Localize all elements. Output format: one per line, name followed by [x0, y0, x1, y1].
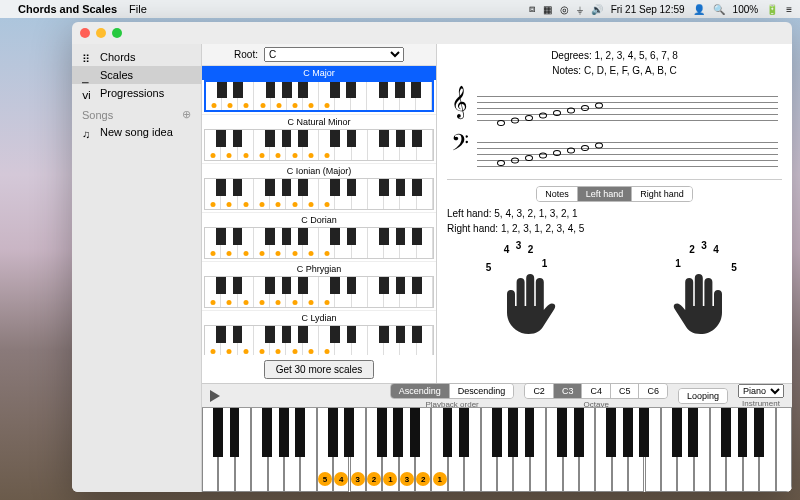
add-song-icon[interactable]: ⊕: [182, 108, 191, 121]
get-more-scales-button[interactable]: Get 30 more scales: [264, 360, 375, 379]
finger-dot: 2: [416, 472, 430, 486]
black-key[interactable]: [623, 408, 633, 457]
note-icon: [525, 155, 533, 161]
octave-C6[interactable]: C6: [639, 384, 667, 398]
black-key[interactable]: [557, 408, 567, 457]
root-label: Root:: [234, 49, 258, 60]
app-window: ⠿Chords ⎯Scales ⅵProgressions Songs⊕ ♫Ne…: [72, 22, 792, 492]
sidebar-section-songs: Songs⊕: [72, 102, 201, 123]
scale-item[interactable]: C Dorian: [202, 213, 436, 262]
finger-dot: 3: [351, 472, 365, 486]
notes-value: C, D, E, F, G, A, B, C: [584, 65, 677, 76]
large-keyboard[interactable]: 54321321: [202, 407, 792, 492]
black-key[interactable]: [328, 408, 338, 457]
left-hand-diagram: 1 2 3 4 5: [476, 244, 586, 344]
sidebar-item-progressions[interactable]: ⅵProgressions: [72, 84, 201, 102]
instrument-select[interactable]: Piano: [738, 384, 784, 398]
black-key[interactable]: [721, 408, 731, 457]
note-icon: [539, 113, 547, 119]
black-key[interactable]: [295, 408, 305, 457]
degrees-value: 1, 2, 3, 4, 5, 6, 7, 8: [594, 50, 677, 61]
clock[interactable]: Fri 21 Sep 12:59: [611, 4, 685, 15]
left-hand-fingers: 5, 4, 3, 2, 1, 3, 2, 1: [494, 208, 577, 219]
circle-icon[interactable]: ◎: [560, 4, 569, 15]
right-hand-label: Right hand:: [447, 223, 498, 234]
scale-item[interactable]: C Natural Minor: [202, 115, 436, 164]
grid-icon[interactable]: ▦: [543, 4, 552, 15]
titlebar: [72, 22, 792, 44]
black-key[interactable]: [688, 408, 698, 457]
scale-item[interactable]: C Phrygian: [202, 262, 436, 311]
black-key[interactable]: [508, 408, 518, 457]
octave-C2[interactable]: C2: [525, 384, 554, 398]
black-key[interactable]: [344, 408, 354, 457]
black-key[interactable]: [754, 408, 764, 457]
sidebar-item-chords[interactable]: ⠿Chords: [72, 48, 201, 66]
scale-item[interactable]: C Major: [202, 66, 436, 115]
label: Progressions: [100, 87, 164, 99]
note-icon: [511, 158, 519, 164]
scales-column: Root: C C MajorC Natural MinorC Ionian (…: [202, 44, 437, 383]
black-key[interactable]: [459, 408, 469, 457]
black-key[interactable]: [738, 408, 748, 457]
play-button[interactable]: [210, 390, 220, 402]
white-key[interactable]: [776, 408, 792, 492]
sidebar-item-scales[interactable]: ⎯Scales: [72, 66, 201, 84]
scale-list: C MajorC Natural MinorC Ionian (Major)C …: [202, 66, 436, 355]
black-key[interactable]: [639, 408, 649, 457]
ascending-button[interactable]: Ascending: [391, 384, 450, 398]
minimize-icon[interactable]: [96, 28, 106, 38]
finger-dot: 1: [383, 472, 397, 486]
octave-C3[interactable]: C3: [554, 384, 583, 398]
octave-C4[interactable]: C4: [582, 384, 611, 398]
black-key[interactable]: [672, 408, 682, 457]
scale-name: C Major: [202, 66, 436, 80]
sidebar-item-song[interactable]: ♫New song idea: [72, 123, 201, 141]
volume-icon[interactable]: 🔊: [591, 4, 603, 15]
root-select[interactable]: C: [264, 47, 404, 62]
scale-item[interactable]: C Ionian (Major): [202, 164, 436, 213]
tab-right-hand[interactable]: Right hand: [632, 187, 692, 201]
black-key[interactable]: [262, 408, 272, 457]
user-icon[interactable]: 👤: [693, 4, 705, 15]
scale-detail: Degrees: 1, 2, 3, 4, 5, 6, 7, 8 Notes: C…: [437, 44, 792, 383]
finger-num: 4: [713, 244, 719, 255]
menu-file[interactable]: File: [129, 3, 147, 15]
app-name[interactable]: Chords and Scales: [18, 3, 117, 15]
black-key[interactable]: [492, 408, 502, 457]
finger-num: 4: [504, 244, 510, 255]
black-key[interactable]: [213, 408, 223, 457]
octave-C5[interactable]: C5: [611, 384, 640, 398]
black-key[interactable]: [443, 408, 453, 457]
wifi-icon[interactable]: ⏚: [577, 4, 583, 15]
black-key[interactable]: [393, 408, 403, 457]
menu-icon[interactable]: ≡: [786, 4, 792, 15]
dropbox-icon[interactable]: ⧈: [529, 3, 535, 15]
black-key[interactable]: [574, 408, 584, 457]
playback-order-seg: Ascending Descending: [390, 383, 515, 399]
looping-button[interactable]: Looping: [679, 389, 727, 403]
search-icon[interactable]: 🔍: [713, 4, 725, 15]
black-key[interactable]: [410, 408, 420, 457]
finger-dot: 1: [433, 472, 447, 486]
degrees-label: Degrees:: [551, 50, 592, 61]
black-key[interactable]: [230, 408, 240, 457]
finger-dot: 2: [367, 472, 381, 486]
note-icon: [581, 105, 589, 111]
maximize-icon[interactable]: [112, 28, 122, 38]
black-key[interactable]: [525, 408, 535, 457]
scales-icon: ⎯: [82, 71, 94, 79]
finger-num: 2: [528, 244, 534, 255]
black-key[interactable]: [606, 408, 616, 457]
note-icon: [567, 108, 575, 114]
close-icon[interactable]: [80, 28, 90, 38]
tab-left-hand[interactable]: Left hand: [578, 187, 633, 201]
black-key[interactable]: [279, 408, 289, 457]
tab-notes[interactable]: Notes: [537, 187, 578, 201]
black-key[interactable]: [377, 408, 387, 457]
hand-icon: [491, 258, 571, 338]
finger-num: 3: [516, 240, 522, 251]
battery-icon[interactable]: 🔋: [766, 4, 778, 15]
scale-item[interactable]: C Lydian: [202, 311, 436, 355]
descending-button[interactable]: Descending: [450, 384, 514, 398]
